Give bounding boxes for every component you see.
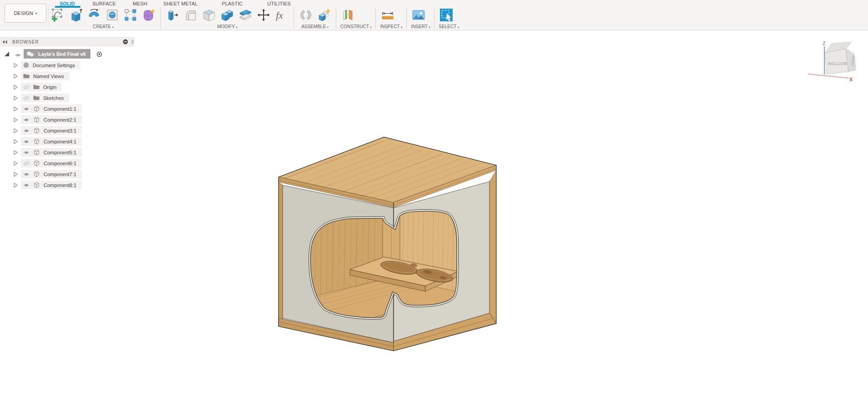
view-cube[interactable]: Z BOTTOM RIGHT X [804, 36, 868, 86]
browser-item-pill[interactable]: Component4:1 [21, 137, 82, 146]
visibility-eye-icon[interactable] [23, 150, 30, 155]
browser-item-pill[interactable]: Component3:1 [21, 126, 82, 135]
visibility-eye-off-icon[interactable] [23, 161, 30, 166]
minimize-panel-icon[interactable] [123, 39, 128, 44]
panel-resize-grip[interactable] [132, 40, 133, 44]
visibility-eye-off-icon[interactable] [23, 95, 30, 101]
browser-row-component1-1[interactable]: Component1:1 [0, 103, 127, 114]
group-modify: fxMODIFY ▾ [165, 7, 289, 29]
browser-row-component6-1[interactable]: Component6:1 [0, 158, 127, 169]
expand-caret-icon[interactable] [13, 150, 18, 155]
browser-item-pill[interactable]: Component2:1 [21, 115, 82, 124]
tool-combine[interactable] [219, 7, 235, 23]
activate-component-radio[interactable] [96, 51, 102, 59]
tool-revolve[interactable] [86, 7, 102, 23]
group-dropdown-modify[interactable]: MODIFY ▾ [165, 24, 289, 29]
browser-item-pill[interactable]: Component6:1 [21, 159, 82, 167]
viewport-canvas[interactable] [0, 0, 868, 399]
browser-row-component7-1[interactable]: Component7:1 [0, 169, 127, 180]
view-cube-bottom-face[interactable]: BOTTOM [828, 61, 846, 66]
view-cube-faces[interactable]: BOTTOM RIGHT [825, 42, 856, 74]
expand-caret-icon[interactable] [13, 74, 18, 79]
expand-caret-icon[interactable] [13, 139, 18, 144]
browser-row-component3-1[interactable]: Component3:1 [0, 125, 127, 136]
tool-fillet[interactable] [183, 7, 199, 23]
visibility-eye-icon[interactable] [23, 128, 30, 133]
browser-row-named-views[interactable]: Named Views [0, 71, 127, 82]
browser-row-origin[interactable]: Origin [0, 82, 127, 93]
workspace-selector-button[interactable]: DESIGN ▾ [5, 4, 46, 23]
browser-item-pill[interactable]: Named Views [21, 72, 70, 80]
tool-offset-face[interactable] [238, 7, 253, 23]
tab-utilities[interactable]: UTILITIES [264, 0, 293, 7]
browser-item-label: Component1:1 [44, 106, 76, 112]
root-document-pill[interactable]: Layla's Bed Final v6 [24, 49, 90, 59]
tool-select[interactable] [439, 7, 454, 23]
collapse-panel-icon[interactable] [2, 40, 8, 44]
tab-surface[interactable]: SURFACE [90, 0, 119, 7]
browser-item-pill[interactable]: Component5:1 [21, 148, 82, 157]
browser-row-component4-1[interactable]: Component4:1 [0, 136, 127, 147]
browser-row-component2-1[interactable]: Component2:1 [0, 114, 127, 125]
tool-move-copy[interactable] [256, 7, 271, 23]
group-dropdown-assemble[interactable]: ASSEMBLE ▾ [298, 24, 332, 29]
expand-caret-icon[interactable] [13, 63, 18, 68]
expand-caret-icon[interactable] [13, 161, 18, 166]
visibility-eye-icon[interactable] [23, 107, 30, 111]
group-dropdown-insert[interactable]: INSERT ▾ [411, 24, 430, 29]
expand-caret-icon[interactable] [13, 106, 18, 112]
tab-mesh[interactable]: MESH [130, 0, 150, 7]
tool-hole[interactable] [105, 7, 120, 23]
tool-construction-plane[interactable] [340, 7, 356, 23]
group-dropdown-inspect[interactable]: INSPECT ▾ [380, 24, 402, 29]
browser-item-pill[interactable]: Origin [21, 83, 62, 91]
tool-insert-canvas[interactable] [411, 7, 426, 23]
visibility-eye-off-icon[interactable] [23, 84, 30, 90]
group-dropdown-select[interactable]: SELECT ▾ [439, 24, 459, 29]
browser-row-sketches[interactable]: Sketches [0, 93, 127, 103]
tab-sheet-metal[interactable]: SHEET METAL [160, 0, 200, 7]
visibility-eye-icon[interactable] [23, 118, 30, 122]
tool-change-parameters[interactable]: fx [274, 7, 289, 23]
expand-caret-icon[interactable] [13, 128, 18, 133]
workspace-label: DESIGN [14, 10, 33, 16]
tab-plastic[interactable]: PLASTIC [219, 0, 245, 7]
group-dropdown-create[interactable]: CREATE ▾ [50, 24, 156, 29]
toolbar-divider [434, 7, 434, 29]
construction-plane-icon [341, 8, 355, 22]
tool-joint[interactable] [298, 7, 314, 23]
collapse-caret-icon[interactable] [4, 51, 10, 57]
visibility-eye-icon[interactable] [15, 51, 21, 59]
browser-row-component5-1[interactable]: Component5:1 [0, 147, 127, 158]
tool-rectangular-pattern[interactable] [123, 7, 138, 23]
browser-item-pill[interactable]: Sketches [21, 94, 69, 102]
model-left-edge-strip[interactable] [279, 182, 283, 326]
tool-press-pull[interactable] [165, 7, 180, 23]
chevron-down-icon: ▾ [458, 26, 459, 29]
expand-caret-icon[interactable] [13, 182, 18, 188]
tool-extrude[interactable] [68, 7, 84, 23]
visibility-eye-icon[interactable] [23, 139, 30, 144]
browser-item-pill[interactable]: Component1:1 [21, 104, 82, 113]
expand-caret-icon[interactable] [13, 84, 18, 90]
visibility-eye-icon[interactable] [23, 183, 30, 187]
group-dropdown-construct[interactable]: CONSTRUCT ▾ [340, 24, 371, 29]
visibility-eye-icon[interactable] [23, 172, 30, 177]
browser-row-document-settings[interactable]: Document Settings [0, 60, 127, 71]
tool-new-component[interactable] [316, 7, 332, 23]
browser-panel-header[interactable]: BROWSER [0, 37, 135, 46]
expand-caret-icon[interactable] [13, 117, 18, 123]
browser-item-pill[interactable]: Component7:1 [21, 170, 82, 178]
expand-caret-icon[interactable] [13, 95, 18, 101]
model-right-edge-strip[interactable] [489, 170, 496, 323]
browser-row-component8-1[interactable]: Component8:1 [0, 180, 127, 191]
tool-create-form[interactable] [141, 7, 156, 23]
browser-item-pill[interactable]: Document Settings [21, 61, 80, 69]
browser-item-pill[interactable]: Component8:1 [21, 181, 82, 189]
tool-measure[interactable] [380, 7, 395, 23]
expand-caret-icon[interactable] [13, 172, 18, 177]
tool-create-sketch[interactable] [50, 7, 65, 23]
tool-shell[interactable] [201, 7, 217, 23]
folder-icon [33, 95, 40, 100]
offset-face-icon [238, 8, 253, 22]
